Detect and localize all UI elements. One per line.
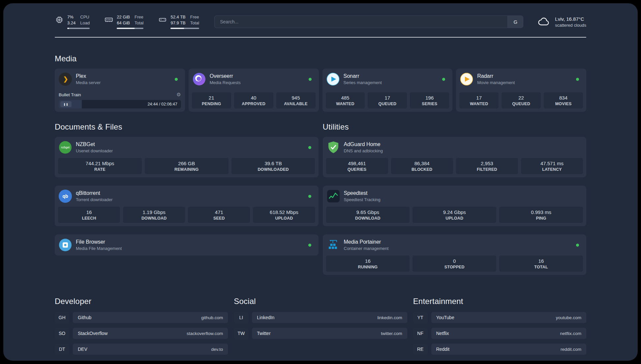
- stat-tile: 471 SEED: [188, 207, 250, 223]
- stat-tile: 40 APPROVED: [234, 92, 273, 108]
- qbittorrent-icon: qb: [59, 190, 72, 203]
- link-stackoverflow[interactable]: SO StackOverflow stackoverflow.com: [55, 328, 228, 339]
- link-netflix[interactable]: NF Netflix netflix.com: [413, 328, 586, 339]
- link-twitter[interactable]: TW Twitter twitter.com: [234, 328, 407, 339]
- status-dot: [308, 195, 311, 198]
- app-name: Overseerr: [210, 73, 241, 79]
- status-dot: [309, 78, 312, 81]
- plex-icon: ❯: [59, 73, 72, 86]
- stat-tile: 834 MOVIES: [544, 92, 583, 108]
- link-abbr: TW: [234, 328, 248, 339]
- stat-tile: 0.993 ms PING: [499, 207, 583, 223]
- stat-tile: 16 TOTAL: [499, 256, 583, 272]
- app-card-filebrowser[interactable]: File Browser Media File Management: [55, 234, 319, 256]
- link-abbr: DT: [55, 344, 69, 355]
- status-dot: [576, 244, 579, 247]
- topbar-divider: [55, 37, 586, 38]
- stat-tile: 17 QUEUED: [368, 92, 407, 108]
- speedtest-icon: [327, 190, 340, 203]
- link-linkedin[interactable]: LI LinkedIn linkedin.com: [234, 312, 407, 323]
- app-card-speedtest[interactable]: Speedtest Speedtest Tracking 9.65 Gbps D…: [323, 186, 587, 226]
- disk-free-value: 52.4 TB: [170, 15, 185, 19]
- disk-widget: 52.4 TB 97.9 TB Free Total: [158, 15, 199, 29]
- utilities-column: Utilities AdGuard Home DNS and a: [323, 122, 587, 275]
- app-card-sonarr[interactable]: Sonarr Series management 485 WANTED 17 Q…: [322, 69, 453, 112]
- top-bar: 7% 3.24 CPU Load: [55, 15, 586, 29]
- link-reddit[interactable]: RE Reddit reddit.com: [413, 344, 586, 355]
- ram-total-value: 64 GiB: [117, 20, 130, 25]
- cpu-label-bottom: Load: [80, 20, 90, 25]
- stat-tile: 39.6 TB DOWNLOADED: [231, 158, 315, 174]
- playback-time: 24:44 / 02:06:47: [147, 102, 177, 106]
- stat-tile: 16 RUNNING: [326, 256, 410, 272]
- svg-text:nzbget: nzbget: [61, 146, 70, 149]
- link-abbr: NF: [413, 328, 428, 339]
- stat-tile: 1.19 Gbps DOWNLOAD: [123, 207, 185, 223]
- cpu-load-value: 3.24: [67, 20, 76, 25]
- stat-tile: 266 GB REMAINING: [145, 158, 229, 174]
- portainer-icon: [327, 238, 340, 252]
- stat-tile: 17 WANTED: [459, 92, 499, 108]
- app-subtitle: Container management: [344, 246, 389, 251]
- app-name: Sonarr: [344, 73, 382, 79]
- app-card-plex[interactable]: ❯ Plex Media server Bullet Train ⚙ ❚❚ 24…: [55, 69, 185, 112]
- ram-icon: [104, 15, 113, 24]
- app-subtitle: Media File Management: [76, 246, 122, 251]
- link-dev[interactable]: DT DEV dev.to: [55, 344, 228, 355]
- app-name: Media Portainer: [344, 239, 389, 245]
- disk-label-bottom: Total: [190, 20, 199, 25]
- weather-condition: scattered clouds: [555, 23, 586, 28]
- weather-widget: Lviv, 16.87°C scattered clouds: [536, 15, 586, 28]
- app-name: AdGuard Home: [344, 141, 383, 147]
- disk-icon: [158, 15, 167, 24]
- disk-progress-bar: [170, 28, 199, 29]
- system-stats: 7% 3.24 CPU Load: [55, 15, 199, 29]
- stat-tile: 498,461 QUERIES: [326, 158, 388, 174]
- status-dot: [308, 244, 311, 247]
- status-dot: [442, 78, 445, 81]
- link-github[interactable]: GH Github github.com: [55, 312, 228, 323]
- stat-tile: 2,953 FILTERED: [456, 158, 518, 174]
- stat-tile: 22 QUEUED: [502, 92, 541, 108]
- link-abbr: RE: [413, 344, 428, 355]
- link-youtube[interactable]: YT YouTube youtube.com: [413, 312, 586, 323]
- cpu-progress-bar: [67, 28, 90, 29]
- radarr-icon: [460, 73, 473, 86]
- section-title-social: Social: [234, 297, 407, 306]
- stat-tile: 196 SERIES: [410, 92, 449, 108]
- sonarr-icon: [326, 73, 340, 86]
- ram-progress-bar: [117, 28, 143, 29]
- stat-tile: 16 LEECH: [58, 207, 120, 223]
- search-input[interactable]: [214, 15, 507, 28]
- dashboard: 7% 3.24 CPU Load: [3, 3, 638, 361]
- section-title-media: Media: [55, 54, 586, 63]
- app-card-portainer[interactable]: Media Portainer Container management 16 …: [323, 234, 587, 275]
- cloud-icon: [536, 15, 551, 28]
- pause-button[interactable]: ❚❚: [60, 101, 72, 107]
- developer-links: Developer GH Github github.com SO StackO…: [55, 297, 228, 355]
- overseerr-icon: [193, 73, 206, 86]
- disk-total-value: 97.9 TB: [170, 20, 185, 25]
- gear-icon[interactable]: ⚙: [176, 92, 181, 98]
- app-subtitle: Speedtest Tracking: [344, 197, 381, 202]
- app-card-radarr[interactable]: Radarr Movie management 17 WANTED 22 QUE…: [456, 69, 586, 112]
- app-card-nzbget[interactable]: nzbget NZBGet Usenet downloader 744.21 M…: [55, 137, 319, 177]
- section-title-documents: Documents & Files: [55, 122, 319, 132]
- link-abbr: LI: [234, 312, 248, 323]
- nzbget-icon: nzbget: [59, 141, 72, 154]
- stat-tile: 0 STOPPED: [412, 256, 496, 272]
- seek-bar[interactable]: ❚❚ 24:44 / 02:06:47: [59, 100, 181, 108]
- app-card-qbittorrent[interactable]: qb qBittorrent Torrent downloader 16 LEE…: [55, 186, 319, 226]
- app-card-overseerr[interactable]: Overseerr Media Requests 21 PENDING 40 A…: [189, 69, 319, 112]
- app-subtitle: Torrent downloader: [76, 197, 112, 202]
- search-provider-button[interactable]: G: [507, 15, 523, 28]
- link-abbr: SO: [55, 328, 69, 339]
- app-card-adguard[interactable]: AdGuard Home DNS and adblocking 498,461 …: [323, 137, 587, 177]
- plex-now-playing: Bullet Train ⚙ ❚❚ 24:44 / 02:06:47: [58, 92, 182, 108]
- stat-tile: 485 WANTED: [326, 92, 365, 108]
- now-playing-title: Bullet Train: [59, 92, 81, 97]
- app-name: Speedtest: [344, 190, 381, 196]
- app-subtitle: Media server: [76, 80, 101, 85]
- stat-tile: 618.52 Mbps UPLOAD: [253, 207, 315, 223]
- ram-widget: 22 GiB 64 GiB Free Total: [104, 15, 143, 29]
